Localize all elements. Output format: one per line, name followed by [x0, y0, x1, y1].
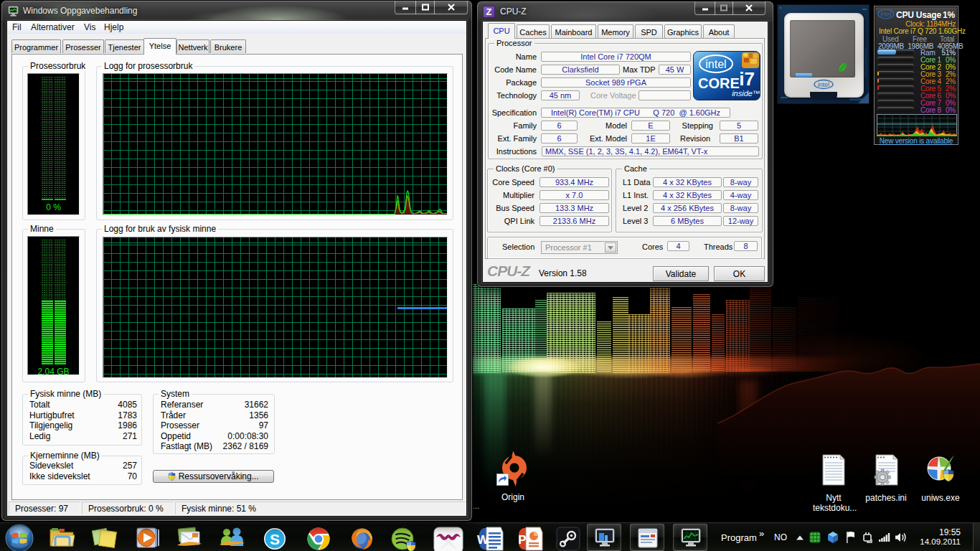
svg-text:intel: intel	[705, 58, 726, 70]
svg-text:intel: intel	[818, 81, 830, 88]
svg-text:i7: i7	[739, 68, 755, 90]
svg-text:W: W	[477, 533, 489, 547]
svg-text:inside™: inside™	[732, 89, 760, 98]
svg-text:intel: intel	[880, 11, 892, 18]
svg-text:P: P	[518, 533, 526, 547]
svg-text:S: S	[270, 531, 280, 547]
